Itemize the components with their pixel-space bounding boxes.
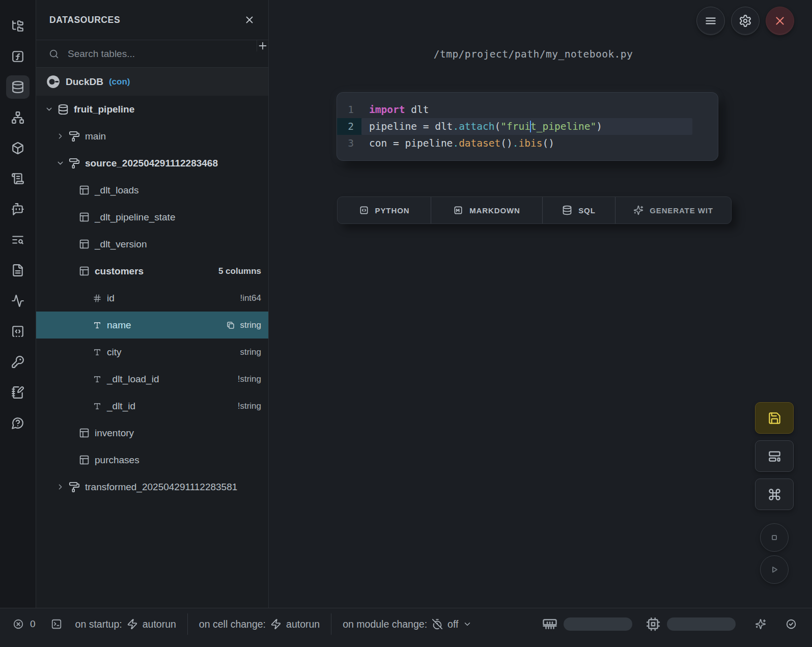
folder-tree-icon xyxy=(11,19,24,33)
activity-snippets[interactable] xyxy=(6,320,30,343)
notebook-actions xyxy=(755,402,794,584)
search-icon xyxy=(48,48,60,60)
tree-label: city xyxy=(107,347,122,358)
stop-icon xyxy=(768,531,780,544)
tree-row-fruit-pipeline[interactable]: fruit_pipeline xyxy=(36,96,268,123)
activity-secrets[interactable] xyxy=(6,350,30,374)
activity-tracebacks[interactable] xyxy=(6,228,30,251)
editor-area: /tmp/project/path/my_notebook.py 1import… xyxy=(269,0,812,608)
cell-button-label: SQL xyxy=(578,206,596,215)
activity-logs[interactable] xyxy=(6,167,30,190)
add-datasource-button[interactable] xyxy=(257,40,268,51)
bot-icon xyxy=(11,203,24,216)
code-text[interactable]: con = pipeline.dataset().ibis() xyxy=(361,135,692,152)
activity-help[interactable] xyxy=(6,411,30,435)
zap-icon xyxy=(127,618,138,630)
activity-ai-chat[interactable] xyxy=(6,198,30,221)
cell-button-label: GENERATE WIT xyxy=(650,206,713,215)
activity-documentation[interactable] xyxy=(6,259,30,282)
layout-button[interactable] xyxy=(755,440,794,472)
tree-meta: 5 columns xyxy=(218,266,261,276)
on-module-change-setting[interactable]: on module change:off xyxy=(343,618,472,630)
on-startup-setting[interactable]: on startup:autorun xyxy=(75,618,176,630)
error-count: 0 xyxy=(30,618,36,630)
connection-row[interactable]: DuckDB (con) xyxy=(36,68,268,96)
tree-row-table-dlt-pipeline-state[interactable]: _dlt_pipeline_state xyxy=(36,204,268,231)
tree-label: main xyxy=(85,131,106,142)
notebook-pen-icon xyxy=(11,386,24,399)
code-text[interactable]: pipeline = dlt.attach("fruit_pipeline") xyxy=(361,118,692,135)
activity-datasources[interactable] xyxy=(6,75,30,99)
cpu-usage-bar xyxy=(667,617,736,631)
menu-button[interactable] xyxy=(696,7,725,35)
errors-indicator[interactable]: 0 xyxy=(13,618,36,630)
tree-row-schema-transformed[interactable]: transformed_202504291112283581 xyxy=(36,473,268,500)
scroll-text-icon xyxy=(11,172,24,185)
window-controls xyxy=(696,7,794,35)
duckdb-logo-icon xyxy=(46,75,60,89)
activity-variables[interactable] xyxy=(6,289,30,313)
line-number: 1 xyxy=(337,101,361,118)
database-icon xyxy=(58,104,69,115)
activity-packages[interactable] xyxy=(6,136,30,160)
tree-label: _dlt_version xyxy=(95,239,147,250)
tree-meta: !string xyxy=(238,401,261,411)
close-app-button[interactable] xyxy=(766,7,794,35)
setting-value: autorun xyxy=(143,618,176,630)
sparkles-icon xyxy=(633,205,643,215)
table-icon xyxy=(79,455,90,465)
settings-icon xyxy=(739,14,752,27)
generate-with-ai-button[interactable]: GENERATE WIT xyxy=(615,197,731,223)
save-button[interactable] xyxy=(755,402,794,434)
search-row xyxy=(36,40,268,68)
paint-roller-icon xyxy=(69,482,80,493)
activity-scratchpad[interactable] xyxy=(6,381,30,404)
tree-row-table-dlt-loads[interactable]: _dlt_loads xyxy=(36,177,268,204)
layout-icon xyxy=(768,449,781,463)
tree-row-schema-source[interactable]: source_202504291112283468 xyxy=(36,150,268,177)
tree-row-table-customers[interactable]: customers5 columns xyxy=(36,258,268,285)
code-cell[interactable]: 1import dlt2pipeline = dlt.attach("fruit… xyxy=(337,93,718,160)
tree-row-table-dlt-version[interactable]: _dlt_version xyxy=(36,231,268,258)
markdown-icon xyxy=(453,205,463,215)
tree-label: _dlt_load_id xyxy=(107,374,159,385)
tree-row-col-city[interactable]: citystring xyxy=(36,339,268,365)
tree-label: purchases xyxy=(95,455,139,466)
run-button[interactable] xyxy=(760,555,789,584)
x-icon xyxy=(773,14,787,27)
connection-status-icon[interactable] xyxy=(786,618,797,630)
tree-row-col-dlt-id[interactable]: _dlt_id!string xyxy=(36,392,268,419)
tree-row-col-name[interactable]: namestring xyxy=(36,312,268,339)
activity-file-explorer[interactable] xyxy=(6,14,30,38)
settings-button[interactable] xyxy=(731,7,760,35)
code-text[interactable]: import dlt xyxy=(361,101,692,118)
code-line-1: 1import dlt xyxy=(337,101,718,118)
on-cell-change-setting[interactable]: on cell change:autorun xyxy=(199,618,320,630)
tree-row-table-purchases[interactable]: purchases xyxy=(36,446,268,473)
tree-label: fruit_pipeline xyxy=(74,104,134,115)
terminal-button[interactable] xyxy=(51,618,62,630)
panel-close-button[interactable] xyxy=(244,14,255,25)
cell-button-label: MARKDOWN xyxy=(469,206,520,215)
tree-row-col-dlt-load-id[interactable]: _dlt_load_id!string xyxy=(36,365,268,392)
tree-row-col-id[interactable]: id!int64 xyxy=(36,285,268,312)
add-sql-cell-button[interactable]: SQL xyxy=(543,197,615,223)
ai-sparkles-button[interactable] xyxy=(755,618,766,630)
activity-functions[interactable] xyxy=(6,45,30,68)
tree-label: id xyxy=(107,293,115,304)
table-icon xyxy=(79,212,90,222)
memory-icon xyxy=(542,616,557,632)
chevron-down-icon xyxy=(56,159,65,167)
add-markdown-cell-button[interactable]: MARKDOWN xyxy=(431,197,543,223)
box-icon xyxy=(11,142,24,155)
chevron-down-icon xyxy=(463,620,472,629)
save-icon xyxy=(768,411,781,425)
tree-row-schema-main[interactable]: main xyxy=(36,123,268,150)
paint-roller-icon xyxy=(69,131,80,142)
add-python-cell-button[interactable]: PYTHON xyxy=(338,197,431,223)
command-palette-button[interactable] xyxy=(755,479,794,510)
activity-dependency-graph[interactable] xyxy=(6,106,30,129)
stop-button[interactable] xyxy=(760,523,789,552)
tree-row-table-inventory[interactable]: inventory xyxy=(36,419,268,446)
search-input[interactable] xyxy=(67,48,257,60)
